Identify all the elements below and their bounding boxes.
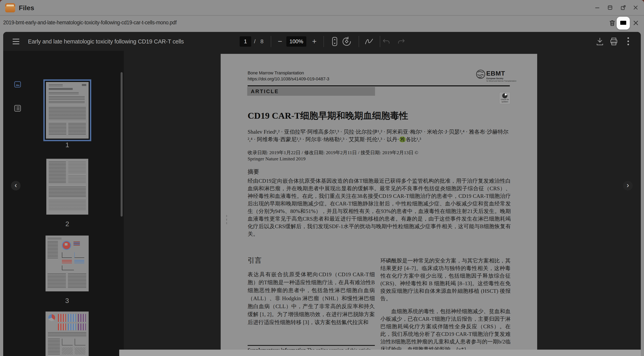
ebmt-globe-icon [476,69,486,79]
maximize-button[interactable] [606,3,615,12]
document-title: Early and late hematologic toxicity foll… [28,32,184,51]
pdf-page-1: Bone Marrow Transplantation https://doi.… [221,54,537,352]
page-separator: / [254,32,256,51]
thumbnail-page-1-preview [46,82,89,139]
open-external-button[interactable] [619,3,628,12]
intro-right-paragraph-1: 环磷酰胺是一种常见的安全方案，与其它方案相比，其结果更好 [4–7]。临床成功与… [380,257,510,302]
sidebar-scrollbar[interactable] [120,72,122,217]
pdf-viewer-panel: Early and late hematologic toxicity foll… [3,32,641,356]
rotate-button[interactable] [342,32,352,51]
ebmt-logo: EBMT European Society for Blood and Marr… [476,69,512,85]
thumbnail-sidebar: 1 2 [3,51,124,356]
intro-left-column: 表达具有嵌合抗原受体靶向CD19（CD19 CAR-T细胞）的T细胞是一种适应性… [248,270,375,326]
abstract-text: 经由CD19定向嵌合体抗原受体基因改造的自体T细胞最近已获得多个监管机构的批准，… [248,177,511,238]
files-window: Files 2019-bmt-early-and-late-hematologi… [0,0,644,356]
thumbnail-page-1-label: 1 [43,141,91,149]
thumbnail-page-2[interactable] [46,159,88,215]
open-file-name: 2019-bmt-early-and-late-hematologic-toxi… [3,19,176,26]
titlebar-divider [0,15,644,15]
pdf-toolbar: Early and late hematologic toxicity foll… [3,32,641,51]
close-window-button[interactable] [631,3,640,12]
document-canvas: Bone Marrow Transplantation https://doi.… [124,51,641,356]
abstract-heading: 摘要 [248,168,259,176]
toolbar-separator [324,36,324,47]
paper-dates: 收录日期: 2019年1月22日 / 修改日期: 2019年2月11日 / 接受… [248,150,430,162]
download-button[interactable] [595,32,605,51]
intro-right-paragraph-2: 血细胞系统的毒性，包括神经细胞减少、贫血和血小板减少，已在CAR-T细胞疗法后报… [380,308,510,352]
article-type-banner: ARTICLE [247,87,375,96]
paper-authors: Shalev Fried¹,² · 亚伯拉罕·阿维高多尔²,³ · 贝拉·比尔拉… [248,128,512,143]
titlebar: Files [0,0,644,15]
intro-right-column: 环磷酰胺是一种常见的安全方案，与其它方案相比，其结果更好 [4–7]。临床成功与… [380,257,510,352]
zoom-in-button[interactable]: + [310,32,319,51]
check-for-updates-badge[interactable]: Check for updates [499,92,510,104]
file-header-bar: 2019-bmt-early-and-late-hematologic-toxi… [0,16,644,30]
files-app-icon [5,3,15,12]
close-preview-button[interactable] [630,16,642,30]
page-number-input[interactable]: 1 [240,36,251,47]
open-external-icon [620,4,626,10]
draw-squiggle-icon [364,37,374,45]
next-page-button[interactable]: › [623,181,632,190]
close-icon [632,19,639,26]
thumbnail-page-3[interactable] [46,235,89,291]
previous-page-button[interactable]: ‹ [11,181,20,190]
save-to-device-button[interactable] [617,17,630,29]
header-rule [248,85,510,86]
introduction-heading: 引言 [248,256,262,265]
annotate-draw-button[interactable] [364,32,374,51]
bottom-edge-strip [119,350,641,356]
toolbar-separator [380,36,380,47]
outline-view-toggle[interactable] [14,104,22,112]
close-icon [632,4,638,10]
page-total: 8 [260,32,264,51]
thumbnail-view-toggle[interactable] [14,80,22,88]
check-updates-label: Check for updates [500,99,510,103]
undo-button[interactable] [382,32,392,51]
save-to-device-icon [619,19,627,27]
check-updates-icon [502,93,508,98]
ebmt-subtitle-1: European Society [486,77,503,80]
zoom-out-button[interactable]: − [276,32,284,51]
trash-icon [609,19,616,26]
redo-icon [396,38,405,45]
zoom-level-display[interactable]: 100% [286,36,306,47]
thumbnail-page-2-label: 2 [46,220,88,228]
ebmt-subtitle-2: for Blood and Marrow Transplantation [486,80,516,82]
authors-text: Shalev Fried¹,² · 亚伯拉罕·阿维高多尔²,³ · 贝拉·比尔拉… [248,129,508,142]
delete-file-button[interactable] [607,16,618,30]
author-highlighted-char: 雅 [399,136,406,142]
authors-text-after: 各比¹,³ [406,136,421,142]
ebmt-acronym: EBMT [486,70,505,77]
print-icon [609,37,618,46]
kebab-menu-icon [627,37,630,46]
thumbnail-page-4[interactable] [46,312,89,356]
outline-list-icon [14,105,21,112]
toolbar-separator [359,36,359,47]
undo-icon [382,38,391,45]
page-edge-marks [226,215,227,224]
doi-link[interactable]: https://doi.org/10.1038/s41409-019-0487-… [248,76,329,82]
download-icon [596,37,604,46]
sidebar-toggle-button[interactable] [11,32,21,51]
journal-name: Bone Marrow Transplantation [248,70,304,76]
footnote-rule [248,345,375,346]
thumbnails-icon [14,81,21,88]
app-title: Files [19,4,34,12]
paper-title: CD19 CAR-T细胞早期和晚期血细胞毒性 [248,110,408,122]
fit-page-icon [330,36,339,46]
print-button[interactable] [609,32,619,51]
redo-button[interactable] [396,32,406,51]
thumbnail-page-1[interactable] [43,79,91,141]
thumbnail-page-3-label: 3 [46,297,89,305]
minimize-button[interactable] [593,3,602,12]
minimize-icon [594,4,600,10]
maximize-icon [607,4,613,10]
more-options-button[interactable] [623,32,634,51]
toolbar-separator [271,36,271,47]
rotate-icon [342,37,352,46]
hamburger-menu-icon [12,38,20,45]
fit-page-button[interactable] [330,32,340,51]
